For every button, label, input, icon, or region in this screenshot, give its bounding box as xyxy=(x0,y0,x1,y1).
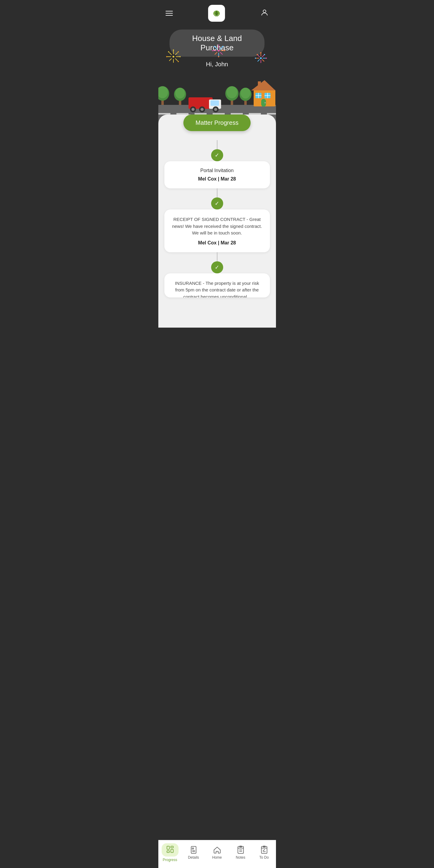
timeline-card-1-meta: Mel Cox | Mar 28 xyxy=(172,176,263,182)
profile-button[interactable] xyxy=(260,8,269,18)
svg-point-45 xyxy=(255,58,256,59)
svg-rect-86 xyxy=(167,846,169,849)
home-icon xyxy=(213,846,221,854)
progress-icon xyxy=(166,845,174,854)
timeline-connector-1 xyxy=(217,140,218,149)
svg-point-16 xyxy=(166,56,167,57)
timeline-check-3: ✓ xyxy=(211,261,223,273)
svg-line-8 xyxy=(169,59,172,61)
menu-button[interactable] xyxy=(166,11,173,16)
svg-rect-53 xyxy=(267,113,276,115)
logo-icon xyxy=(211,8,222,19)
svg-point-74 xyxy=(241,88,250,98)
nav-label-details: Details xyxy=(188,855,199,860)
nav-item-progress[interactable]: Progress xyxy=(161,843,179,862)
svg-point-1 xyxy=(263,10,266,13)
svg-point-68 xyxy=(214,108,217,111)
bottom-navigation: Progress Details Home Notes xyxy=(158,840,276,868)
nav-label-progress: Progress xyxy=(163,858,177,862)
timeline-card-1[interactable]: Portal Invitation Mel Cox | Mar 28 xyxy=(164,161,270,188)
timeline: ✓ Portal Invitation Mel Cox | Mar 28 ✓ R… xyxy=(164,140,270,298)
nav-item-home[interactable]: Home xyxy=(208,846,226,860)
hero-section: House & Land Purchase Hi, John xyxy=(158,27,276,123)
matter-progress-button[interactable]: Matter Progress xyxy=(183,115,250,131)
header xyxy=(158,0,276,27)
svg-point-2 xyxy=(173,56,174,58)
svg-line-6 xyxy=(175,59,178,61)
main-content: Matter Progress ✓ Portal Invitation Mel … xyxy=(158,115,276,328)
svg-point-64 xyxy=(192,108,195,111)
nav-label-notes: Notes xyxy=(236,855,245,860)
nav-item-notes[interactable]: Notes xyxy=(232,846,250,860)
greeting-text: Hi, John xyxy=(164,61,270,68)
details-icon xyxy=(190,846,198,854)
timeline-connector-2 xyxy=(217,188,218,197)
timeline-card-2[interactable]: RECEIPT OF SIGNED CONTRACT - Great news!… xyxy=(164,210,270,252)
svg-line-34 xyxy=(262,55,264,57)
nav-label-home: Home xyxy=(212,855,222,860)
timeline-connector-3 xyxy=(217,252,218,261)
timeline-card-2-body: RECEIPT OF SIGNED CONTRACT - Great news!… xyxy=(172,216,263,237)
svg-point-66 xyxy=(201,108,204,111)
svg-point-32 xyxy=(260,57,262,59)
svg-point-85 xyxy=(264,102,266,103)
logo xyxy=(208,5,225,22)
nav-item-details[interactable]: Details xyxy=(184,846,203,860)
svg-rect-88 xyxy=(167,851,169,852)
svg-point-43 xyxy=(266,58,267,59)
svg-point-42 xyxy=(264,54,265,55)
timeline-check-2: ✓ xyxy=(211,197,223,210)
nav-item-todo[interactable]: To Do xyxy=(255,846,273,860)
svg-marker-76 xyxy=(251,80,276,90)
svg-rect-89 xyxy=(171,849,173,852)
svg-rect-77 xyxy=(258,82,261,87)
matter-title: House & Land Purchase xyxy=(170,30,264,57)
timeline-check-1: ✓ xyxy=(211,149,223,161)
todo-icon xyxy=(260,846,268,854)
svg-point-15 xyxy=(168,51,169,53)
timeline-card-1-title: Portal Invitation xyxy=(172,168,263,173)
timeline-card-3[interactable]: INSURANCE - The property is at your risk… xyxy=(164,273,270,298)
svg-point-91 xyxy=(192,848,194,849)
timeline-card-3-body: INSURANCE - The property is at your risk… xyxy=(172,280,263,298)
timeline-card-2-meta: Mel Cox | Mar 28 xyxy=(172,240,263,246)
svg-point-71 xyxy=(227,86,237,98)
svg-rect-90 xyxy=(191,846,196,853)
nav-label-todo: To Do xyxy=(259,855,269,860)
svg-point-59 xyxy=(175,88,185,98)
svg-rect-62 xyxy=(210,100,219,106)
svg-rect-87 xyxy=(171,846,173,848)
svg-line-10 xyxy=(169,53,172,55)
user-icon xyxy=(260,8,269,17)
notes-icon xyxy=(236,846,245,854)
